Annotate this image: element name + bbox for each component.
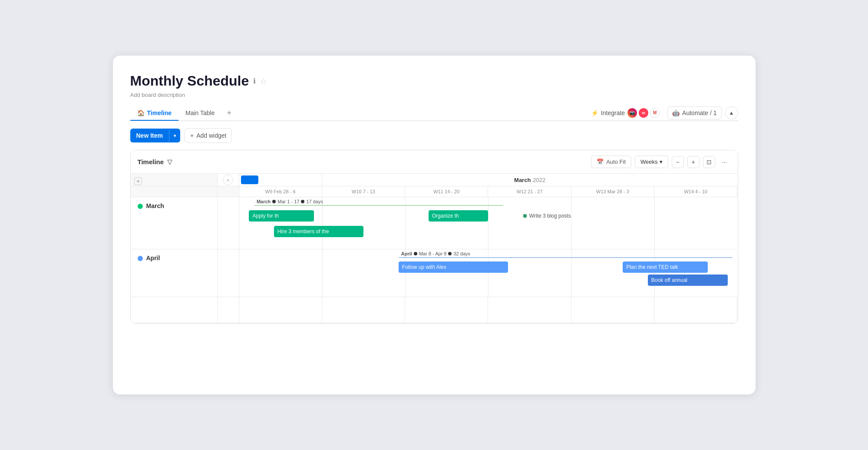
empty-row-name xyxy=(131,297,218,323)
april-vgrid-2 xyxy=(405,249,406,297)
empty-row-w12 xyxy=(488,297,571,323)
march-nav-cell xyxy=(218,197,239,249)
zoom-out-button[interactable]: − xyxy=(672,156,684,168)
nav-arrow-cell: ‹ xyxy=(218,174,239,186)
more-options-button[interactable]: ··· xyxy=(719,156,731,168)
april-vgrid-4 xyxy=(571,249,572,297)
new-item-button[interactable]: New Item ▾ xyxy=(130,129,180,142)
april-range-dot1 xyxy=(414,252,417,255)
follow-up-bar[interactable]: Follow up with Alex xyxy=(399,261,508,273)
march-range-label: March Mar 1 - 17 17 days xyxy=(254,199,323,204)
week-header-w9: W9 Feb 28 - 6 xyxy=(239,186,322,197)
apply-bar[interactable]: Apply for th xyxy=(249,210,314,222)
march-range-dot xyxy=(272,200,276,203)
empty-row-w11 xyxy=(405,297,488,323)
april-group-name: April xyxy=(146,255,160,261)
week-header-name-empty xyxy=(131,186,218,197)
filter-icon[interactable]: ▽ xyxy=(167,158,172,166)
header-empty-left: ✕ xyxy=(131,174,218,186)
empty-row-w14 xyxy=(654,297,737,323)
automate-icon: 🤖 xyxy=(672,109,680,116)
april-group-dot xyxy=(138,256,143,261)
april-nav-cell xyxy=(218,249,239,297)
empty-row-w10 xyxy=(322,297,405,323)
write-blog-bar[interactable]: Write 3 blog posts xyxy=(523,213,571,219)
timeline-title: Timeline xyxy=(138,158,164,165)
toolbar-row: New Item ▾ + Add widget xyxy=(130,128,738,143)
week-header-w12: W12 21 - 27 xyxy=(488,186,571,197)
calendar-icon: 📅 xyxy=(597,159,604,165)
march-gantt-area: March Mar 1 - 17 17 days Apply for th Or… xyxy=(239,197,738,249)
march-group-cell: March xyxy=(131,197,218,249)
april-range-bar xyxy=(399,257,733,258)
march-group-dot xyxy=(138,204,143,209)
april-range-dot2 xyxy=(448,252,452,255)
empty-row-w9 xyxy=(239,297,322,323)
vgrid-5 xyxy=(654,197,655,249)
april-vgrid-3 xyxy=(488,249,488,297)
instagram-icon: 📷 xyxy=(627,108,637,118)
empty-row-nav xyxy=(218,297,239,323)
week-header-nav-empty xyxy=(218,186,239,197)
prev-period-button[interactable]: ‹ xyxy=(223,175,233,185)
auto-fit-button[interactable]: 📅 Auto Fit xyxy=(591,156,631,168)
app-container: Monthly Schedule ℹ ☆ Add board descripti… xyxy=(113,56,756,394)
today-indicator xyxy=(241,175,258,184)
board-title-row: Monthly Schedule ℹ ☆ xyxy=(130,73,738,89)
new-item-dropdown-arrow[interactable]: ▾ xyxy=(169,130,180,142)
week-header-w13: W13 Mar 28 - 3 xyxy=(571,186,654,197)
tab-timeline[interactable]: 🏠 Timeline xyxy=(130,106,179,121)
april-group-cell: April xyxy=(131,249,218,297)
plus-icon: + xyxy=(190,132,194,139)
tab-main-table[interactable]: Main Table xyxy=(178,106,221,121)
tabs-right-area: ⚡ Integrate 📷 m M 🤖 Automate / 1 ▲ xyxy=(587,106,738,120)
star-icon[interactable]: ☆ xyxy=(260,76,267,86)
organize-bar[interactable]: Organize th xyxy=(429,210,488,222)
write-blog-dot xyxy=(523,214,527,218)
timeline-controls: 📅 Auto Fit Weeks ▾ − + ⊡ ··· xyxy=(591,156,730,168)
empty-row-w13 xyxy=(571,297,654,323)
info-icon[interactable]: ℹ xyxy=(253,77,256,85)
month-header-cell: March 2022 xyxy=(322,174,738,186)
week-header-w11: W11 14 - 20 xyxy=(405,186,488,197)
march-range-bar xyxy=(254,205,503,206)
ted-talk-bar[interactable]: Plan the next TED talk xyxy=(623,261,707,273)
board-title: Monthly Schedule xyxy=(130,73,249,89)
today-w9-cell xyxy=(239,174,322,186)
integrate-button[interactable]: ⚡ Integrate 📷 m M xyxy=(587,106,664,120)
book-off-bar[interactable]: Book off annual xyxy=(648,275,728,286)
automate-button[interactable]: 🤖 Automate / 1 xyxy=(667,106,721,119)
gmail-icon: M xyxy=(650,108,660,118)
march-range-dot2 xyxy=(301,200,304,203)
week-header-w14: W14 4 - 10 xyxy=(654,186,737,197)
timeline-title-area: Timeline ▽ xyxy=(138,158,173,166)
chevron-down-icon: ▾ xyxy=(660,159,663,165)
april-vgrid-1 xyxy=(322,249,323,297)
april-range-label: April Mar 8 - Apr 8 32 days xyxy=(399,251,470,256)
week-header-w10: W10 7 - 13 xyxy=(322,186,405,197)
vgrid-4 xyxy=(571,197,572,249)
monday-icon: m xyxy=(639,108,648,118)
april-gantt-area: April Mar 8 - Apr 8 32 days Follow up wi… xyxy=(239,249,738,297)
march-group-name: March xyxy=(146,202,164,209)
add-widget-button[interactable]: + Add widget xyxy=(185,128,232,143)
integrate-icon: ⚡ xyxy=(591,109,598,116)
timeline-grid: ✕ ‹ March 2022 W9 Feb 28 - 6 W10 7 - 13 … xyxy=(131,174,738,323)
close-column-button[interactable]: ✕ xyxy=(134,177,142,185)
home-icon: 🏠 xyxy=(137,109,145,116)
hire-members-bar[interactable]: Hire 3 members of the xyxy=(274,226,364,237)
timeline-panel: Timeline ▽ 📅 Auto Fit Weeks ▾ − + ⊡ ··· xyxy=(130,150,738,324)
export-button[interactable]: ⊡ xyxy=(703,156,715,168)
april-vgrid-5 xyxy=(654,249,655,297)
tabs-row: 🏠 Timeline Main Table + ⚡ Integrate 📷 m … xyxy=(130,105,738,121)
zoom-in-button[interactable]: + xyxy=(687,156,700,168)
timeline-panel-header: Timeline ▽ 📅 Auto Fit Weeks ▾ − + ⊡ ··· xyxy=(131,150,738,174)
board-description[interactable]: Add board description xyxy=(130,92,738,98)
weeks-selector[interactable]: Weeks ▾ xyxy=(635,156,668,168)
collapse-button[interactable]: ▲ xyxy=(725,106,738,119)
add-tab-button[interactable]: + xyxy=(222,105,237,121)
integration-icons: 📷 m M xyxy=(627,108,660,118)
